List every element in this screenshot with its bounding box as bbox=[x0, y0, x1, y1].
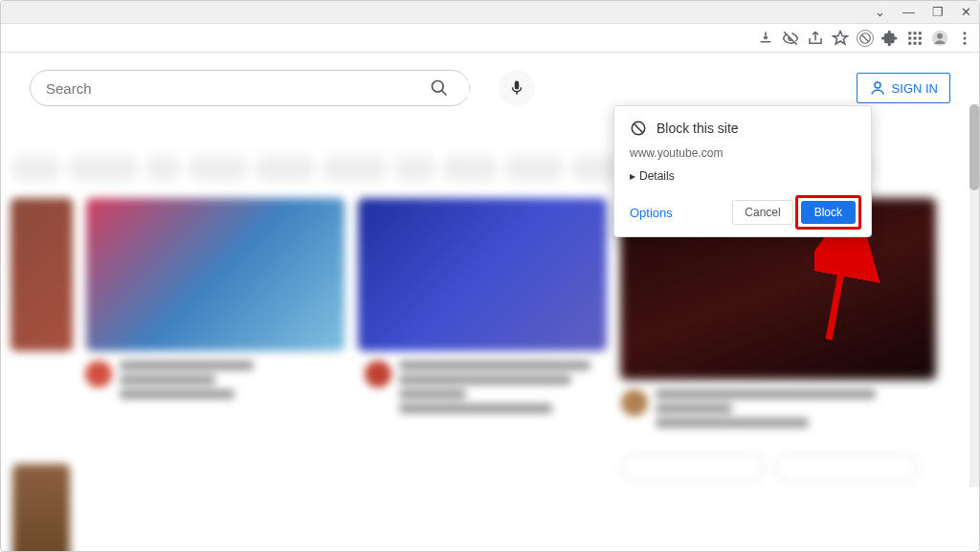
channel-avatar[interactable] bbox=[621, 389, 648, 416]
options-link[interactable]: Options bbox=[630, 206, 673, 220]
svg-point-12 bbox=[964, 32, 967, 34]
browser-toolbar bbox=[1, 24, 979, 53]
svg-point-16 bbox=[875, 82, 880, 88]
svg-point-11 bbox=[937, 33, 943, 38]
page-content: SIGN IN Block this site www.youtube.com bbox=[1, 53, 979, 552]
action-buttons bbox=[621, 453, 918, 483]
signin-label: SIGN IN bbox=[892, 81, 938, 96]
svg-rect-7 bbox=[908, 41, 911, 44]
channel-avatar[interactable] bbox=[365, 361, 391, 387]
svg-rect-2 bbox=[914, 32, 917, 34]
details-toggle[interactable]: ▸ Details bbox=[630, 169, 856, 183]
eye-off-icon[interactable] bbox=[782, 30, 799, 47]
search-box[interactable] bbox=[30, 70, 470, 106]
svg-point-14 bbox=[964, 41, 967, 44]
scrollbar[interactable] bbox=[969, 104, 979, 487]
dropdown-icon[interactable]: ⌄ bbox=[875, 5, 885, 19]
scrollbar-thumb[interactable] bbox=[969, 104, 979, 190]
svg-rect-3 bbox=[919, 32, 922, 34]
svg-rect-6 bbox=[919, 36, 922, 39]
block-button[interactable]: Block bbox=[801, 201, 856, 224]
svg-point-13 bbox=[964, 36, 967, 39]
add-to-queue-button[interactable] bbox=[774, 453, 918, 483]
maximize-icon[interactable]: ❐ bbox=[932, 5, 944, 19]
star-icon[interactable] bbox=[832, 30, 849, 47]
popup-title: Block this site bbox=[657, 121, 739, 136]
apps-icon[interactable] bbox=[906, 30, 924, 47]
watch-later-button[interactable] bbox=[621, 453, 765, 483]
block-extension-icon[interactable] bbox=[857, 30, 874, 47]
svg-rect-5 bbox=[914, 36, 917, 39]
video-meta bbox=[85, 361, 254, 404]
minimize-icon[interactable]: — bbox=[902, 5, 915, 19]
download-icon[interactable] bbox=[757, 30, 774, 47]
svg-rect-9 bbox=[919, 41, 922, 44]
search-icon[interactable] bbox=[421, 78, 457, 98]
close-icon[interactable]: ✕ bbox=[961, 5, 971, 19]
channel-avatar[interactable] bbox=[85, 361, 112, 387]
cancel-button[interactable]: Cancel bbox=[732, 200, 792, 225]
block-icon bbox=[630, 120, 647, 137]
svg-rect-8 bbox=[914, 41, 917, 44]
video-meta bbox=[365, 361, 590, 418]
signin-button[interactable]: SIGN IN bbox=[857, 73, 950, 103]
mic-icon[interactable] bbox=[499, 70, 535, 106]
video-meta bbox=[621, 389, 876, 432]
svg-rect-4 bbox=[908, 36, 911, 39]
extensions-icon[interactable] bbox=[881, 30, 899, 47]
details-label: Details bbox=[639, 169, 675, 183]
menu-dots-icon[interactable] bbox=[956, 30, 973, 47]
profile-icon[interactable] bbox=[931, 30, 948, 47]
svg-point-15 bbox=[433, 81, 444, 93]
video-thumbnail[interactable] bbox=[86, 198, 345, 351]
popup-header: Block this site bbox=[630, 120, 856, 137]
svg-rect-1 bbox=[908, 32, 911, 34]
video-thumbnail[interactable] bbox=[358, 198, 607, 351]
video-thumbnail[interactable] bbox=[12, 464, 70, 552]
search-input[interactable] bbox=[46, 80, 469, 97]
share-icon[interactable] bbox=[807, 30, 824, 47]
window-titlebar: ⌄ — ❐ ✕ bbox=[1, 1, 979, 24]
video-thumbnail[interactable] bbox=[11, 198, 73, 351]
popup-footer: Options Cancel Block bbox=[630, 200, 856, 225]
block-site-popup: Block this site www.youtube.com ▸ Detail… bbox=[613, 105, 872, 237]
caret-right-icon: ▸ bbox=[630, 169, 635, 183]
popup-url: www.youtube.com bbox=[630, 146, 856, 160]
